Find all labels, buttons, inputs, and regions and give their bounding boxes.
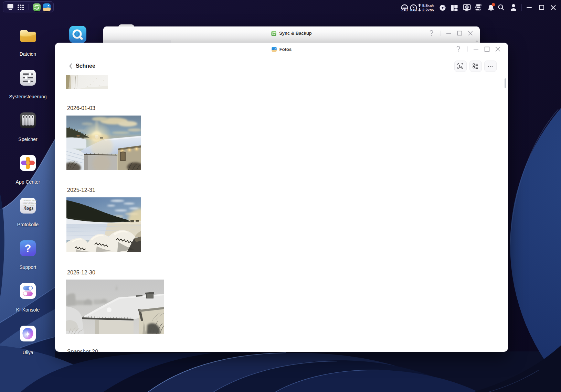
svg-text:/logs: /logs	[23, 205, 34, 211]
svg-text:?: ?	[25, 242, 31, 254]
svg-text:6: 6	[22, 208, 22, 209]
svg-text:7: 7	[22, 209, 22, 210]
svg-text:2: 2	[22, 202, 22, 203]
svg-text:RAM: RAM	[410, 9, 417, 12]
svg-text:rotated queued: rotated queued	[23, 202, 33, 203]
svg-text:log_parse = started: log_parse = started	[23, 200, 37, 201]
svg-text:2.2KB/s: 2.2KB/s	[422, 8, 434, 12]
svg-text:saved /var/1092 done: saved /var/1092 done	[23, 203, 37, 204]
svg-text:3: 3	[22, 203, 22, 204]
svg-text:5: 5	[22, 206, 22, 207]
svg-text:4: 4	[22, 205, 22, 206]
svg-text:1: 1	[22, 200, 22, 201]
svg-text:CPU: CPU	[402, 9, 408, 12]
svg-text:5.8KB/s: 5.8KB/s	[422, 3, 434, 8]
